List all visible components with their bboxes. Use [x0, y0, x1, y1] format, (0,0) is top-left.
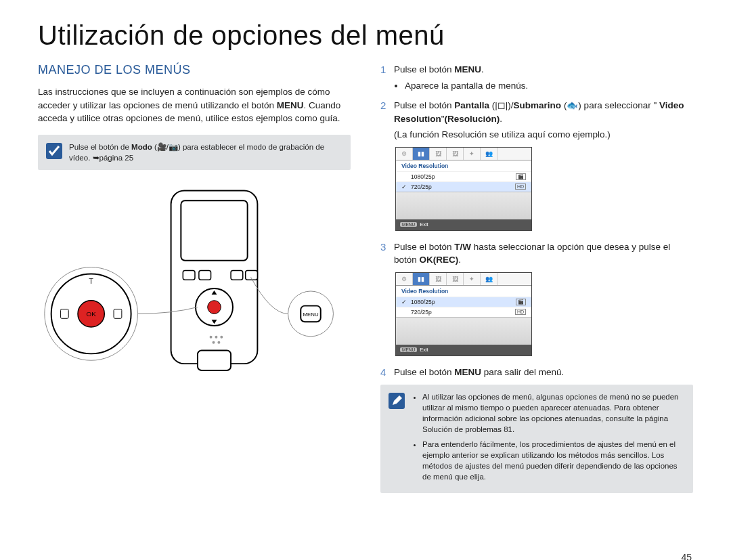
svg-rect-4: [199, 270, 211, 280]
check-icon: [46, 143, 62, 159]
tab-video-icon: ▮▮: [413, 148, 430, 160]
option-label: 720/25p: [411, 309, 515, 316]
check-icon: ✓: [401, 299, 411, 305]
step-subtext: (La función Resolución se utiliza aquí c…: [394, 128, 693, 142]
option-tag: HD: [515, 309, 526, 315]
svg-rect-5: [231, 270, 243, 280]
step-bullet: Aparece la pantalla de menús.: [405, 79, 693, 93]
svg-rect-20: [60, 309, 68, 318]
svg-point-9: [210, 336, 213, 339]
menu-title: Video Resolution: [396, 286, 531, 297]
menu-screenshot-1: ⚙ ▮▮ 🖼 🖼 ✦ 👥 Video Resolution 1080/25p🎬 …: [395, 147, 532, 231]
svg-rect-2: [181, 200, 247, 260]
step-1: 1 Pulse el botón MENU. Aparece la pantal…: [380, 63, 693, 93]
step-text: Pulse el botón T/W hasta seleccionar la …: [394, 242, 670, 265]
tab-icon: 👥: [481, 273, 497, 285]
option-label: 720/25p: [411, 184, 515, 190]
step-number: 4: [380, 366, 394, 378]
menu-screenshot-2: ⚙ ▮▮ 🖼 🖼 ✦ 👥 Video Resolution ✓1080/25p🎬…: [395, 272, 532, 356]
step-text: Pulse el botón Pantalla (|◻|)/Submarino …: [394, 100, 684, 124]
option-label: 1080/25p: [411, 173, 516, 180]
preview-area: [396, 317, 531, 345]
svg-point-10: [215, 336, 217, 339]
check-icon: ✓: [401, 184, 411, 190]
info-bullet: Para entenderlo fácilmente, los procedim…: [422, 439, 685, 482]
step-number: 2: [380, 100, 394, 111]
preview-area: [396, 192, 531, 219]
svg-text:MENU: MENU: [303, 311, 318, 318]
svg-text:OK: OK: [87, 310, 97, 318]
tab-icon: 🖼: [447, 273, 464, 285]
svg-text:W: W: [88, 341, 95, 349]
svg-point-13: [217, 341, 220, 344]
intro-paragraph: Las instrucciones que se incluyen a cont…: [38, 85, 351, 125]
step-2: 2 Pulse el botón Pantalla (|◻|)/Submarin…: [380, 99, 693, 142]
tab-icon: ✦: [464, 148, 481, 160]
option-tag: 🎬: [516, 299, 526, 305]
page-title: Utilización de opciones del menú: [38, 20, 693, 51]
step-number: 3: [380, 241, 394, 253]
mode-note-box: Pulse el botón de Modo (🎥/📷) para establ…: [38, 135, 351, 170]
page-number: 45: [681, 552, 692, 560]
menu-button-label: MENU: [400, 347, 417, 352]
tab-video-icon: ▮▮: [413, 273, 430, 285]
tab-icon: 🖼: [430, 148, 447, 160]
tab-icon: 🖼: [430, 273, 447, 285]
tab-icon: 👥: [481, 148, 497, 160]
exit-label: Exit: [420, 221, 428, 228]
option-label: 1080/25p: [411, 299, 516, 305]
info-box: Al utilizar las opciones de menú, alguna…: [380, 385, 693, 494]
menu-button-label: MENU: [400, 222, 417, 227]
svg-rect-14: [198, 350, 231, 370]
tab-icon: ✦: [464, 273, 481, 285]
step-text: Pulse el botón MENU para salir del menú.: [394, 367, 564, 377]
exit-label: Exit: [420, 347, 428, 353]
svg-point-8: [208, 301, 221, 314]
tab-icon: ⚙: [396, 273, 413, 285]
pencil-note-icon: [389, 393, 405, 409]
svg-text:T: T: [89, 277, 93, 285]
menu-title: Video Resolution: [396, 160, 531, 171]
tab-icon: ⚙: [396, 148, 413, 160]
svg-point-12: [213, 341, 215, 344]
mode-note-text: Pulse el botón de Modo (🎥/📷) para establ…: [69, 142, 342, 163]
svg-rect-21: [114, 309, 122, 318]
option-tag: HD: [515, 184, 526, 190]
device-illustration: OK T W MENU: [38, 182, 351, 399]
svg-rect-3: [183, 270, 195, 280]
tab-icon: 🖼: [447, 148, 464, 160]
step-3: 3 Pulse el botón T/W hasta seleccionar l…: [380, 240, 693, 267]
info-bullet: Al utilizar las opciones de menú, alguna…: [422, 391, 685, 435]
svg-point-11: [220, 336, 223, 339]
step-text: Pulse el botón MENU.: [394, 64, 484, 74]
option-tag: 🎬: [516, 173, 526, 180]
section-heading: MANEJO DE LOS MENÚS: [38, 63, 351, 77]
step-4: 4 Pulse el botón MENU para salir del men…: [380, 366, 693, 379]
step-number: 1: [380, 64, 394, 75]
